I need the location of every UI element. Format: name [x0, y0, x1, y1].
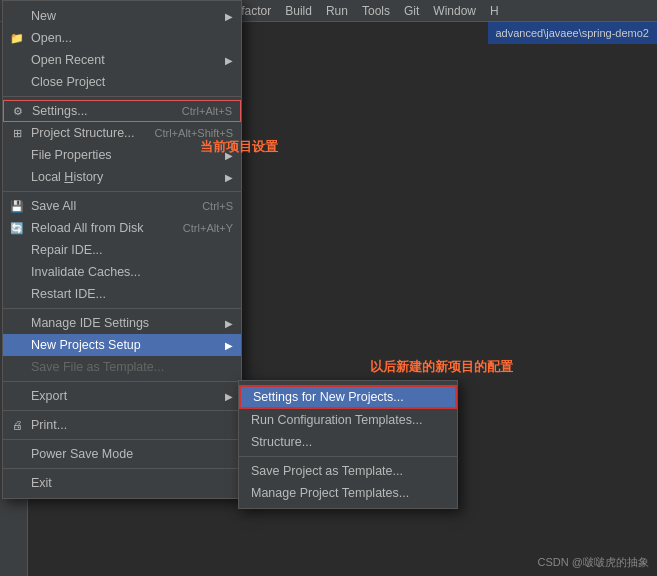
annotation-new-projects: 以后新建的新项目的配置	[370, 358, 513, 376]
separator-4	[3, 381, 241, 382]
menu-item-exit[interactable]: Exit	[3, 472, 241, 494]
submenu-sep-1	[239, 456, 457, 457]
menu-item-restart-ide[interactable]: Restart IDE...	[3, 283, 241, 305]
settings-icon: ⚙	[10, 103, 26, 119]
submenu-item-save-project-template[interactable]: Save Project as Template...	[239, 460, 457, 482]
menu-item-local-history-label: Local History	[31, 170, 103, 184]
menu-item-print-label: Print...	[31, 418, 67, 432]
menu-item-new-projects-setup-label: New Projects Setup	[31, 338, 141, 352]
submenu-item-manage-project-templates-label: Manage Project Templates...	[251, 486, 409, 500]
arrow-icon-lh: ▶	[225, 172, 233, 183]
menu-item-repair-ide[interactable]: Repair IDE...	[3, 239, 241, 261]
menu-item-settings-label: Settings...	[32, 104, 88, 118]
separator-7	[3, 468, 241, 469]
menu-item-print[interactable]: 🖨 Print...	[3, 414, 241, 436]
project-structure-icon: ⊞	[9, 125, 25, 141]
menu-item-invalidate-caches-label: Invalidate Caches...	[31, 265, 141, 279]
menu-item-exit-label: Exit	[31, 476, 52, 490]
submenu-item-manage-project-templates[interactable]: Manage Project Templates...	[239, 482, 457, 504]
menu-item-invalidate-caches[interactable]: Invalidate Caches...	[3, 261, 241, 283]
arrow-icon: ▶	[225, 11, 233, 22]
submenu-item-structure[interactable]: Structure...	[239, 431, 457, 453]
folder-icon: 📁	[9, 30, 25, 46]
submenu-item-settings-new-label: Settings for New Projects...	[253, 390, 404, 404]
menu-item-power-save[interactable]: Power Save Mode	[3, 443, 241, 465]
menu-item-save-template: Save File as Template...	[3, 356, 241, 378]
menu-item-new-label: New	[31, 9, 56, 23]
separator-2	[3, 191, 241, 192]
menu-item-open[interactable]: 📁 Open...	[3, 27, 241, 49]
menu-item-export[interactable]: Export ▶	[3, 385, 241, 407]
save-all-shortcut: Ctrl+S	[182, 200, 233, 212]
menu-item-close-project-label: Close Project	[31, 75, 105, 89]
menu-item-manage-ide-label: Manage IDE Settings	[31, 316, 149, 330]
separator-5	[3, 410, 241, 411]
submenu-item-settings-new[interactable]: Settings for New Projects...	[239, 385, 457, 409]
arrow-icon-fp: ▶	[225, 150, 233, 161]
print-icon: 🖨	[9, 417, 25, 433]
file-menu: New ▶ 📁 Open... Open Recent ▶ Close Proj…	[2, 0, 242, 499]
arrow-icon-export: ▶	[225, 391, 233, 402]
menu-item-manage-ide[interactable]: Manage IDE Settings ▶	[3, 312, 241, 334]
menu-item-reload[interactable]: 🔄 Reload All from Disk Ctrl+Alt+Y	[3, 217, 241, 239]
menu-item-project-structure-label: Project Structure...	[31, 126, 135, 140]
submenu-item-run-config[interactable]: Run Configuration Templates...	[239, 409, 457, 431]
submenu-new-projects: Settings for New Projects... Run Configu…	[238, 380, 458, 509]
arrow-icon-nps: ▶	[225, 340, 233, 351]
save-icon: 💾	[9, 198, 25, 214]
menu-item-file-properties[interactable]: File Properties ▶	[3, 144, 241, 166]
submenu-item-structure-label: Structure...	[251, 435, 312, 449]
menu-item-file-properties-label: File Properties	[31, 148, 112, 162]
separator-3	[3, 308, 241, 309]
menu-item-open-recent[interactable]: Open Recent ▶	[3, 49, 241, 71]
menu-item-settings[interactable]: ⚙ Settings... Ctrl+Alt+S	[3, 100, 241, 122]
menu-item-project-structure[interactable]: ⊞ Project Structure... Ctrl+Alt+Shift+S	[3, 122, 241, 144]
menu-item-new-projects-setup[interactable]: New Projects Setup ▶	[3, 334, 241, 356]
menu-item-reload-label: Reload All from Disk	[31, 221, 144, 235]
separator-6	[3, 439, 241, 440]
reload-icon: 🔄	[9, 220, 25, 236]
menu-item-open-recent-label: Open Recent	[31, 53, 105, 67]
separator-1	[3, 96, 241, 97]
menu-item-restart-ide-label: Restart IDE...	[31, 287, 106, 301]
arrow-icon-manage: ▶	[225, 318, 233, 329]
arrow-icon-recent: ▶	[225, 55, 233, 66]
menu-item-new[interactable]: New ▶	[3, 5, 241, 27]
menu-item-open-label: Open...	[31, 31, 72, 45]
menu-item-save-template-label: Save File as Template...	[31, 360, 164, 374]
menu-overlay: New ▶ 📁 Open... Open Recent ▶ Close Proj…	[0, 0, 657, 576]
settings-shortcut: Ctrl+Alt+S	[162, 105, 232, 117]
project-structure-shortcut: Ctrl+Alt+Shift+S	[135, 127, 234, 139]
reload-shortcut: Ctrl+Alt+Y	[163, 222, 233, 234]
menu-item-repair-ide-label: Repair IDE...	[31, 243, 103, 257]
menu-item-power-save-label: Power Save Mode	[31, 447, 133, 461]
submenu-item-run-config-label: Run Configuration Templates...	[251, 413, 422, 427]
menu-item-save-all-label: Save All	[31, 199, 76, 213]
submenu-item-save-project-template-label: Save Project as Template...	[251, 464, 403, 478]
menu-item-export-label: Export	[31, 389, 67, 403]
menu-item-local-history[interactable]: Local History ▶	[3, 166, 241, 188]
menu-item-save-all[interactable]: 💾 Save All Ctrl+S	[3, 195, 241, 217]
menu-item-close-project[interactable]: Close Project	[3, 71, 241, 93]
